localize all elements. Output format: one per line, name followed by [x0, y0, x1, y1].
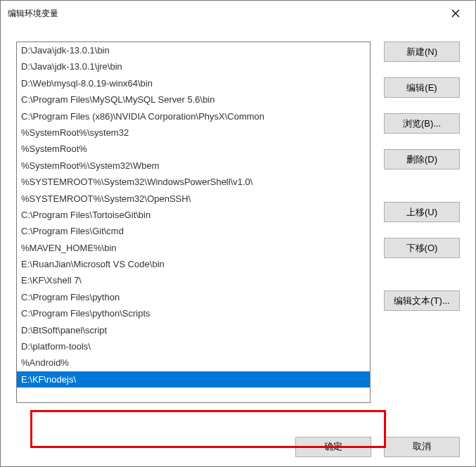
move-up-button[interactable]: 上移(U): [384, 202, 460, 222]
path-list-item[interactable]: D:\platform-tools\: [17, 338, 370, 354]
path-list[interactable]: D:\Java\jdk-13.0.1\binD:\Java\jdk-13.0.1…: [17, 42, 370, 402]
env-var-edit-dialog: 编辑环境变量 D:\Java\jdk-13.0.1\binD:\Java\jdk…: [0, 0, 476, 467]
dialog-title: 编辑环境变量: [8, 8, 58, 20]
path-list-item[interactable]: %SystemRoot%\system32: [17, 124, 370, 141]
edit-button[interactable]: 编辑(E): [384, 77, 460, 98]
delete-button[interactable]: 删除(D): [384, 149, 460, 169]
path-list-item[interactable]: %Android%: [17, 354, 370, 371]
close-button[interactable]: [442, 4, 470, 23]
path-list-item[interactable]: C:\Program Files\TortoiseGit\bin: [17, 207, 370, 223]
path-list-item[interactable]: D:\Java\jdk-13.0.1\bin: [17, 42, 370, 58]
ok-button[interactable]: 确定: [295, 437, 371, 457]
path-list-item[interactable]: C:\Program Files\python\Scripts: [17, 305, 370, 321]
move-down-button[interactable]: 下移(O): [384, 238, 460, 258]
browse-button[interactable]: 浏览(B)...: [384, 113, 460, 134]
path-list-item[interactable]: E:\RuanJian\Microsoft VS Code\bin: [17, 256, 370, 272]
path-list-item[interactable]: %MAVEN_HOME%\bin: [17, 240, 370, 256]
side-buttons: 新建(N) 编辑(E) 浏览(B)... 删除(D) 上移(U) 下移(O) 编…: [384, 41, 460, 420]
path-list-item[interactable]: D:\BtSoft\panel\script: [17, 322, 370, 338]
path-list-item[interactable]: D:\Web\mysql-8.0.19-winx64\bin: [17, 75, 370, 91]
path-list-item[interactable]: %SystemRoot%\System32\Wbem: [17, 158, 370, 174]
path-list-item[interactable]: %SYSTEMROOT%\System32\OpenSSH\: [17, 191, 370, 207]
new-button[interactable]: 新建(N): [384, 41, 460, 62]
cancel-button[interactable]: 取消: [384, 437, 460, 457]
path-list-item[interactable]: C:\Program Files\MySQL\MySQL Server 5.6\…: [17, 91, 370, 108]
path-list-item[interactable]: C:\Program Files\python: [17, 289, 370, 305]
path-list-item[interactable]: D:\Java\jdk-13.0.1\jre\bin: [17, 58, 370, 75]
edit-text-button[interactable]: 编辑文本(T)...: [384, 290, 460, 311]
close-icon: [451, 9, 460, 18]
path-list-item[interactable]: %SystemRoot%: [17, 141, 370, 157]
path-list-border: D:\Java\jdk-13.0.1\binD:\Java\jdk-13.0.1…: [16, 41, 371, 403]
path-list-item[interactable]: E:\KF\nodejs\: [17, 371, 370, 388]
path-list-item[interactable]: C:\Program Files\Git\cmd: [17, 223, 370, 239]
path-list-item[interactable]: %SYSTEMROOT%\System32\WindowsPowerShell\…: [17, 174, 370, 190]
dialog-footer: 确定 取消: [1, 427, 475, 466]
list-wrap: D:\Java\jdk-13.0.1\binD:\Java\jdk-13.0.1…: [16, 41, 371, 420]
dialog-content: D:\Java\jdk-13.0.1\binD:\Java\jdk-13.0.1…: [1, 26, 475, 427]
titlebar: 编辑环境变量: [1, 1, 475, 26]
path-list-item[interactable]: C:\Program Files (x86)\NVIDIA Corporatio…: [17, 108, 370, 124]
path-list-item[interactable]: E:\KF\Xshell 7\: [17, 272, 370, 288]
